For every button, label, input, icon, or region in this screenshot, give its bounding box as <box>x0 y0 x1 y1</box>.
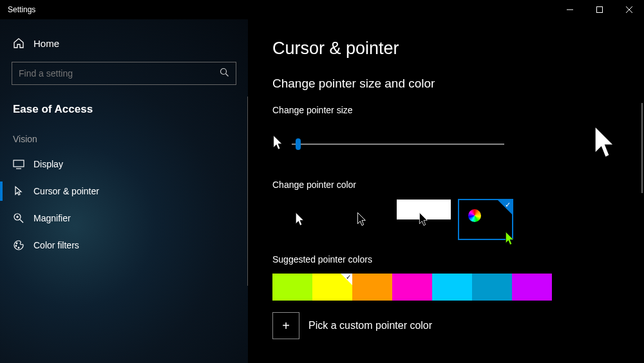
color-label: Change pointer color <box>272 180 620 190</box>
window-title: Settings <box>8 5 35 14</box>
swatch-4[interactable] <box>432 274 472 301</box>
pointer-size-slider[interactable] <box>292 144 504 145</box>
main-content: Cursor & pointer Change pointer size and… <box>248 19 644 363</box>
pick-custom-row[interactable]: + Pick a custom pointer color <box>272 312 620 339</box>
window-controls <box>555 0 644 19</box>
palette-icon <box>13 239 24 251</box>
swatch-0[interactable] <box>272 274 312 301</box>
sidebar-item-magnifier[interactable]: Magnifier <box>0 205 248 232</box>
home-label: Home <box>33 38 59 49</box>
titlebar: Settings <box>0 0 644 19</box>
plus-icon[interactable]: + <box>272 312 299 339</box>
sidebar-item-label: Display <box>33 159 63 169</box>
svg-rect-1 <box>597 7 603 13</box>
large-cursor-icon <box>591 124 620 164</box>
svg-point-13 <box>15 245 17 247</box>
swatch-6[interactable] <box>512 274 552 301</box>
category-title: Ease of Access <box>0 97 248 131</box>
suggested-swatches: ✓ <box>272 274 620 301</box>
sidebar-item-label: Color filters <box>33 240 79 250</box>
search-icon <box>220 68 229 80</box>
section-heading: Change pointer size and color <box>272 77 620 91</box>
sidebar-item-label: Magnifier <box>33 213 71 223</box>
magnifier-icon <box>13 212 24 224</box>
sidebar: Home Ease of Access Vision Display Curso… <box>0 19 248 363</box>
swatch-3[interactable] <box>392 274 432 301</box>
svg-point-12 <box>16 243 17 244</box>
home-icon <box>13 37 24 49</box>
svg-rect-6 <box>14 160 24 167</box>
suggested-label: Suggested pointer colors <box>272 254 620 265</box>
home-nav[interactable]: Home <box>0 32 248 54</box>
display-icon <box>13 158 24 170</box>
pointer-color-options: ✓ <box>272 199 620 240</box>
search-input[interactable] <box>19 68 220 79</box>
slider-thumb[interactable] <box>296 138 301 150</box>
svg-point-14 <box>18 247 19 248</box>
close-button[interactable] <box>614 0 644 19</box>
sidebar-item-label: Cursor & pointer <box>33 186 99 196</box>
svg-point-4 <box>221 68 227 74</box>
pointer-color-white[interactable] <box>272 199 328 240</box>
size-label: Change pointer size <box>272 105 620 115</box>
swatch-2[interactable] <box>352 274 392 301</box>
pointer-size-row <box>272 124 620 164</box>
check-icon: ✓ <box>505 201 511 209</box>
pointer-color-custom[interactable]: ✓ <box>458 199 513 240</box>
pointer-color-black[interactable] <box>334 199 390 240</box>
pointer-color-inverted[interactable] <box>396 199 451 240</box>
color-wheel-icon <box>468 209 481 222</box>
cursor-icon <box>13 185 24 197</box>
svg-line-9 <box>20 219 23 223</box>
group-label: Vision <box>0 131 248 151</box>
search-box[interactable] <box>12 62 236 85</box>
swatch-5[interactable] <box>472 274 512 301</box>
swatch-1[interactable]: ✓ <box>312 274 352 301</box>
minimize-button[interactable] <box>555 0 585 19</box>
svg-line-5 <box>226 73 229 76</box>
pick-custom-label: Pick a custom pointer color <box>308 320 432 331</box>
sidebar-item-color-filters[interactable]: Color filters <box>0 232 248 259</box>
sidebar-item-display[interactable]: Display <box>0 151 248 178</box>
sidebar-item-cursor-pointer[interactable]: Cursor & pointer <box>0 178 248 205</box>
small-cursor-icon <box>272 135 284 154</box>
check-icon: ✓ <box>346 274 351 281</box>
maximize-button[interactable] <box>585 0 614 19</box>
page-title: Cursor & pointer <box>272 39 620 59</box>
scrollbar[interactable] <box>641 103 643 193</box>
